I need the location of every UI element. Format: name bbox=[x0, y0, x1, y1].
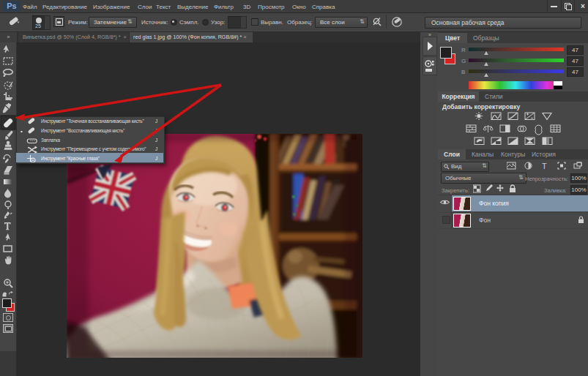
svg-text:T: T bbox=[542, 162, 547, 170]
